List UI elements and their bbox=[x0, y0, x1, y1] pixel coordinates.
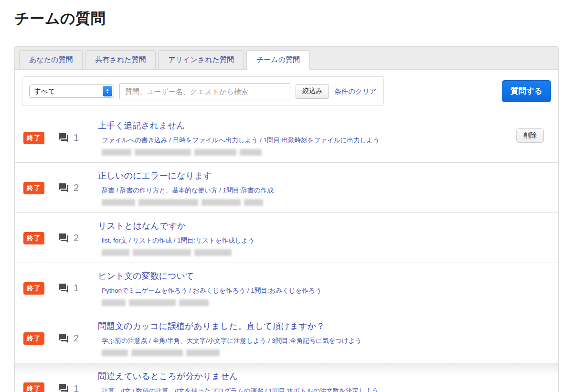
question-quest-path-link[interactable]: 辞書 / 辞書の作り方と、基本的な使い方 / 1問目:辞書の作成 bbox=[102, 186, 544, 195]
question-main: リストとはなんですか list, for文 / リストの作成 / 1問目:リスト… bbox=[98, 220, 544, 256]
question-title-link[interactable]: ヒント文の変数について bbox=[98, 270, 194, 282]
question-quest-path-link[interactable]: Pythonでミニゲームを作ろう / おみくじを作ろう / 1問目:おみくじを作… bbox=[102, 286, 544, 295]
ask-question-button[interactable]: 質問する bbox=[502, 80, 551, 102]
questions-panel: あなたの質問 共有された質問 アサインされた質問 チームの質問 すべて ▲▼ 絞… bbox=[14, 46, 559, 392]
status-column: 終了 bbox=[23, 220, 58, 256]
question-list: 終了 1 上手く追記されません ファイルへの書き込み / 日時をファイルへ出力し… bbox=[15, 113, 558, 392]
comments-icon bbox=[58, 283, 69, 294]
page: チームの質問 あなたの質問 共有された質問 アサインされた質問 チームの質問 す… bbox=[0, 0, 573, 392]
tab-label: あなたの質問 bbox=[29, 55, 73, 64]
status-column: 終了 bbox=[23, 270, 58, 307]
comments-column: 1 bbox=[58, 370, 98, 392]
tab-3[interactable]: アサインされた質問 bbox=[158, 50, 244, 69]
comment-count: 1 bbox=[74, 383, 79, 392]
question-row: 終了 1 ヒント文の変数について Pythonでミニゲームを作ろう / おみくじ… bbox=[15, 263, 558, 313]
question-quest-path-link[interactable]: 学ぶ前の注意点 / 全角/半角、大文字/小文字に注意しよう / 3問目:全角記号… bbox=[102, 337, 544, 345]
tab-label: 共有された質問 bbox=[95, 55, 146, 64]
filter-toolbar: すべて ▲▼ 絞込み 条件のクリア 質問する bbox=[15, 70, 558, 113]
status-column: 終了 bbox=[23, 170, 58, 206]
status-badge: 終了 bbox=[23, 182, 44, 194]
select-stepper-icon: ▲▼ bbox=[103, 86, 112, 96]
comments-column: 2 bbox=[58, 220, 98, 256]
status-column: 終了 bbox=[23, 320, 58, 357]
comment-count: 2 bbox=[74, 333, 79, 344]
delete-button[interactable]: 削除 bbox=[516, 128, 544, 143]
question-title-link[interactable]: 問題文のカッコに誤植がありました。直して頂けますか？ bbox=[98, 320, 325, 332]
comments-column: 2 bbox=[58, 320, 98, 357]
tab-1[interactable]: あなたの質問 bbox=[19, 50, 83, 69]
search-input[interactable] bbox=[119, 83, 290, 99]
comments-column: 2 bbox=[58, 170, 98, 206]
comment-count: 2 bbox=[74, 233, 79, 244]
question-quest-path-link[interactable]: list, for文 / リストの作成 / 1問目:リストを作成しよう bbox=[102, 236, 544, 245]
question-title-link[interactable]: リストとはなんですか bbox=[98, 220, 186, 232]
tab-bar: あなたの質問 共有された質問 アサインされた質問 チームの質問 bbox=[15, 47, 558, 70]
comments-icon bbox=[58, 182, 69, 194]
tab-label: アサインされた質問 bbox=[168, 55, 233, 64]
author-name-redacted bbox=[102, 299, 544, 306]
question-title-link[interactable]: 正しいのにエラーになります bbox=[98, 170, 212, 181]
question-quest-path-link[interactable]: 計算、if文 / 数値の計算、if文を使ったプログラムの演習 / 1問目:水ボト… bbox=[102, 387, 544, 392]
question-row: 終了 1 間違えているところが分かりません 計算、if文 / 数値の計算、if文… bbox=[15, 363, 558, 392]
status-badge: 終了 bbox=[23, 382, 44, 392]
question-row: 終了 2 リストとはなんですか list, for文 / リストの作成 / 1問… bbox=[15, 213, 558, 263]
comment-count: 1 bbox=[74, 132, 79, 143]
tab-label: チームの質問 bbox=[256, 55, 300, 64]
question-title-link[interactable]: 上手く追記されません bbox=[98, 120, 185, 131]
category-select-value: すべて bbox=[34, 87, 55, 96]
row-actions: 削除 bbox=[516, 119, 544, 156]
author-name-redacted bbox=[102, 149, 516, 156]
question-quest-path-link[interactable]: ファイルへの書き込み / 日時をファイルへ出力しよう / 1問目:出勤時刻をファ… bbox=[102, 136, 516, 145]
category-select[interactable]: すべて ▲▼ bbox=[29, 85, 114, 98]
author-name-redacted bbox=[102, 350, 544, 356]
question-main: 上手く追記されません ファイルへの書き込み / 日時をファイルへ出力しよう / … bbox=[98, 119, 516, 156]
author-name-redacted bbox=[102, 199, 544, 206]
filter-button[interactable]: 絞込み bbox=[296, 84, 329, 99]
clear-conditions-link[interactable]: 条件のクリア bbox=[334, 87, 376, 96]
comments-column: 1 bbox=[58, 119, 98, 156]
question-main: 正しいのにエラーになります 辞書 / 辞書の作り方と、基本的な使い方 / 1問目… bbox=[98, 170, 544, 206]
status-column: 終了 bbox=[23, 119, 58, 156]
comments-column: 1 bbox=[58, 270, 98, 307]
question-main: ヒント文の変数について Pythonでミニゲームを作ろう / おみくじを作ろう … bbox=[98, 270, 544, 307]
filter-box: すべて ▲▼ 絞込み 条件のクリア bbox=[22, 76, 384, 106]
status-badge: 終了 bbox=[23, 232, 44, 244]
question-row: 終了 2 問題文のカッコに誤植がありました。直して頂けますか？ 学ぶ前の注意点 … bbox=[15, 313, 558, 363]
status-badge: 終了 bbox=[23, 282, 44, 295]
question-main: 問題文のカッコに誤植がありました。直して頂けますか？ 学ぶ前の注意点 / 全角/… bbox=[98, 320, 544, 357]
comments-icon bbox=[58, 233, 69, 244]
status-badge: 終了 bbox=[23, 132, 44, 144]
comment-count: 1 bbox=[74, 283, 79, 294]
question-title-link[interactable]: 間違えているところが分かりません bbox=[98, 371, 238, 382]
page-title: チームの質問 bbox=[14, 0, 559, 29]
author-name-redacted bbox=[102, 249, 544, 256]
comments-icon bbox=[58, 132, 69, 144]
question-row: 終了 1 上手く追記されません ファイルへの書き込み / 日時をファイルへ出力し… bbox=[15, 113, 558, 163]
comments-icon bbox=[58, 383, 69, 392]
comments-icon bbox=[58, 333, 69, 344]
tab-2[interactable]: 共有された質問 bbox=[85, 50, 156, 69]
tab-4[interactable]: チームの質問 bbox=[246, 50, 310, 70]
question-main: 間違えているところが分かりません 計算、if文 / 数値の計算、if文を使ったプ… bbox=[98, 370, 544, 392]
comment-count: 2 bbox=[74, 182, 79, 193]
question-row: 終了 2 正しいのにエラーになります 辞書 / 辞書の作り方と、基本的な使い方 … bbox=[15, 163, 558, 213]
status-column: 終了 bbox=[23, 370, 58, 392]
status-badge: 終了 bbox=[23, 332, 44, 345]
